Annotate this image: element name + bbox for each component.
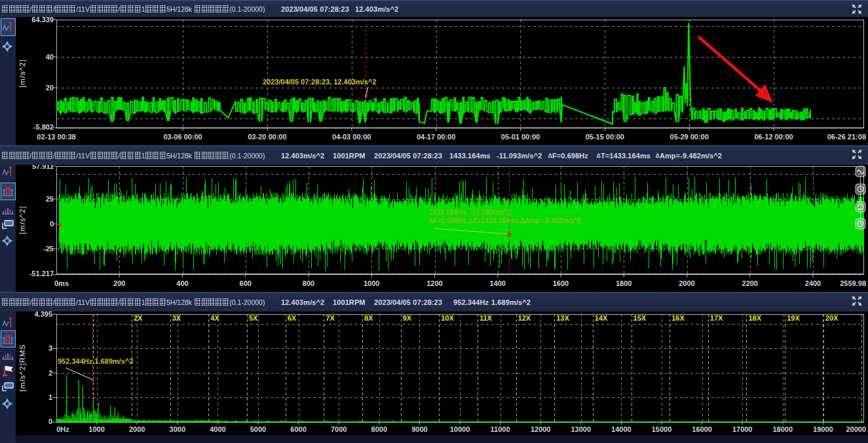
svg-text:05-29 00:00: 05-29 00:00 [670,133,709,141]
svg-text:-25: -25 [43,245,54,253]
svg-text:20000: 20000 [846,425,866,433]
svg-text:0Hz: 0Hz [56,425,69,433]
svg-text:4X: 4X [210,314,219,322]
svg-text:0: 0 [48,417,52,425]
svg-text:0ms: 0ms [54,279,69,287]
svg-text:06-12 00:00: 06-12 00:00 [754,133,793,141]
svg-text:952.344Hz,1.689m/s^2: 952.344Hz,1.689m/s^2 [58,357,133,365]
svg-text:1433.164ms, -11.093m/s^2: 1433.164ms, -11.093m/s^2 [428,208,511,216]
svg-text:04-17 00:00: 04-17 00:00 [417,133,455,141]
svg-text:2559.98: 2559.98 [840,279,866,287]
svg-text:5X: 5X [249,314,258,322]
svg-text:15X: 15X [633,314,647,322]
svg-text:10000: 10000 [450,425,470,433]
svg-text:1600: 1600 [553,279,569,287]
svg-text:2000: 2000 [679,279,694,287]
svg-text:10X: 10X [441,314,454,322]
svg-text:11000: 11000 [491,425,510,433]
svg-text:11X: 11X [480,314,493,322]
svg-text:[m/s^2]: [m/s^2] [18,59,26,88]
svg-text:03-06 00:00: 03-06 00:00 [163,133,202,141]
svg-text:∆F=0.698Hz,∆T=1433.164ms,∆Amp=: ∆F=0.698Hz,∆T=1433.164ms,∆Amp=-9.482m/s^… [428,217,580,224]
svg-text:4000: 4000 [210,425,225,433]
svg-text:9000: 9000 [411,425,427,433]
svg-text:5000: 5000 [250,425,266,433]
svg-text:2: 2 [48,369,52,377]
svg-text:05-15 00:00: 05-15 00:00 [586,133,624,141]
svg-text:1: 1 [48,393,52,401]
svg-text:600: 600 [240,279,252,287]
svg-text:13X: 13X [556,314,569,322]
svg-text:200: 200 [113,279,125,287]
svg-text:1000: 1000 [364,279,379,287]
svg-text:2X: 2X [134,314,143,322]
svg-text:400: 400 [176,279,188,287]
svg-text:3000: 3000 [170,425,185,433]
svg-text:18000: 18000 [773,425,793,433]
svg-text:17000: 17000 [732,425,753,433]
svg-text:1400: 1400 [490,279,506,287]
svg-text:13000: 13000 [571,425,592,433]
svg-text:800: 800 [303,279,314,287]
svg-text:2023/04/05 07:28:23, 12.403m/s: 2023/04/05 07:28:23, 12.403m/s^2 [263,78,376,86]
svg-text:[m/s^2]: [m/s^2] [18,205,26,234]
svg-text:06-26 21:08: 06-26 21:08 [827,133,866,141]
svg-text:8000: 8000 [371,425,387,433]
svg-text:16000: 16000 [692,425,712,433]
svg-text:12X: 12X [518,314,531,322]
svg-text:03-20 00:00: 03-20 00:00 [248,133,286,141]
svg-text:18X: 18X [748,314,761,322]
svg-text:17X: 17X [710,314,723,322]
svg-text:3: 3 [48,344,52,352]
svg-text:2000: 2000 [129,425,145,433]
svg-text:9X: 9X [403,314,412,322]
svg-text:-5.802: -5.802 [33,123,54,131]
svg-text:04-03 00:00: 04-03 00:00 [332,133,371,141]
svg-text:14000: 14000 [611,425,632,433]
svg-text:1800: 1800 [616,279,632,287]
svg-text:7000: 7000 [331,425,347,433]
svg-text:6X: 6X [288,314,297,322]
svg-text:02-13 00:38: 02-13 00:38 [37,133,75,141]
svg-text:15000: 15000 [652,425,672,433]
svg-text:14X: 14X [595,314,608,322]
svg-text:6000: 6000 [290,425,306,433]
svg-text:19X: 19X [787,314,800,322]
svg-text:19000: 19000 [813,425,833,433]
svg-text:05-01 00:00: 05-01 00:00 [501,133,540,141]
svg-text:-51.217: -51.217 [29,270,54,277]
svg-text:2200: 2200 [742,279,758,287]
svg-text:8X: 8X [364,314,373,322]
svg-text:16X: 16X [671,314,685,322]
svg-text:1200: 1200 [426,279,442,287]
svg-text:1000: 1000 [88,425,104,433]
svg-text:3X: 3X [172,314,181,322]
svg-text:2400: 2400 [805,279,821,287]
svg-text:[m/s^2]RMS: [m/s^2]RMS [18,344,26,391]
svg-text:20X: 20X [825,314,839,322]
svg-text:12000: 12000 [531,425,551,433]
svg-text:7X: 7X [326,314,335,322]
